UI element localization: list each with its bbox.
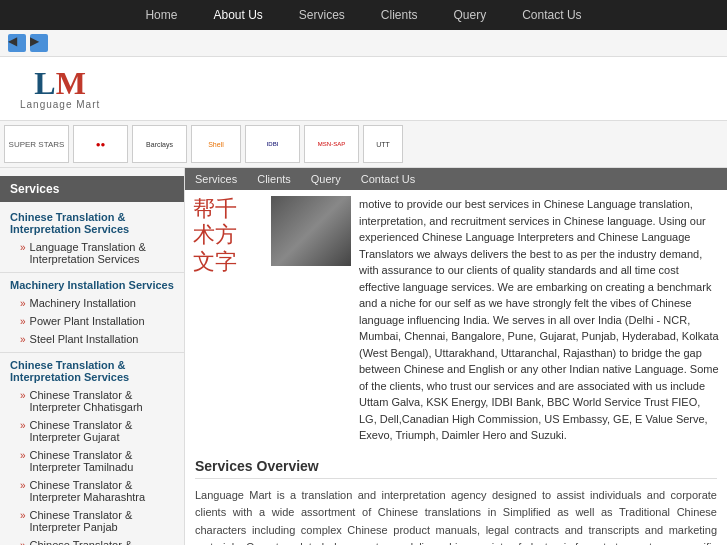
- bullet-icon: »: [20, 334, 26, 345]
- nav-contact[interactable]: Contact Us: [504, 0, 599, 30]
- bullet-icon: »: [20, 540, 26, 545]
- logo-letters: LM: [34, 67, 86, 99]
- sidebar-item-tamilnadu[interactable]: » Chinese Translator & Interpreter Tamil…: [0, 446, 184, 476]
- banner-logo-1: SUPER STARS: [4, 125, 69, 163]
- bullet-icon: »: [20, 390, 26, 401]
- sidebar-title: Services: [0, 176, 184, 202]
- services-overview: Services Overview Language Mart is a tra…: [185, 450, 727, 546]
- banner-logo-2: ●●: [73, 125, 128, 163]
- sidebar-item-steel-plant[interactable]: » Steel Plant Installation: [0, 330, 184, 348]
- sidebar-item-orissa[interactable]: » Chinese Translator & Interpreter Oriss…: [0, 536, 184, 545]
- sub-nav-bar: ◀ ▶: [0, 30, 727, 57]
- services-overview-heading: Services Overview: [195, 458, 717, 479]
- banner-logo-3: Barclays: [132, 125, 187, 163]
- services-overview-text: Language Mart is a translation and inter…: [195, 487, 717, 546]
- main-content: Services Chinese Translation & Interpret…: [0, 168, 727, 545]
- nav-query[interactable]: Query: [436, 0, 505, 30]
- sidebar-item-power-plant[interactable]: » Power Plant Installation: [0, 312, 184, 330]
- nav-services[interactable]: Services: [281, 0, 363, 30]
- nav-back-icon[interactable]: ◀: [8, 34, 26, 52]
- content-intro-section: 帮千 术方 文字 motive to provide our best serv…: [185, 190, 727, 450]
- content-inner-nav: Services Clients Query Contact Us: [185, 168, 727, 190]
- banner-logo-5: IDBI: [245, 125, 300, 163]
- bullet-icon: »: [20, 420, 26, 431]
- client-banner: SUPER STARS ●● Barclays Shell IDBI MSN-S…: [0, 121, 727, 168]
- intro-text: motive to provide our best services in C…: [359, 196, 719, 444]
- banner-logo-7: UTT: [363, 125, 403, 163]
- sidebar-item-machinery[interactable]: » Machinery Installation: [0, 294, 184, 312]
- sidebar: Services Chinese Translation & Interpret…: [0, 168, 185, 545]
- nav-forward-icon[interactable]: ▶: [30, 34, 48, 52]
- top-navigation: Home About Us Services Clients Query Con…: [0, 0, 727, 30]
- content-nav-query[interactable]: Query: [301, 168, 351, 190]
- sidebar-section-chinese-translation[interactable]: Chinese Translation & Interpretation Ser…: [0, 206, 184, 238]
- sidebar-item-maharashtra[interactable]: » Chinese Translator & Interpreter Mahar…: [0, 476, 184, 506]
- chinese-characters: 帮千 术方 文字: [193, 196, 263, 444]
- banner-logo-6: MSN-SAP: [304, 125, 359, 163]
- sidebar-item-gujarat[interactable]: » Chinese Translator & Interpreter Gujar…: [0, 416, 184, 446]
- content-photo: [271, 196, 351, 266]
- bullet-icon: »: [20, 510, 26, 521]
- nav-about[interactable]: About Us: [195, 0, 280, 30]
- content-area: Services Clients Query Contact Us 帮千 术方 …: [185, 168, 727, 545]
- sidebar-item-panjab[interactable]: » Chinese Translator & Interpreter Panja…: [0, 506, 184, 536]
- sidebar-section-chinese-interp[interactable]: Chinese Translation & Interpretation Ser…: [0, 352, 184, 386]
- sidebar-item-language-translation[interactable]: » Language Translation & Interpretation …: [0, 238, 184, 268]
- bullet-icon: »: [20, 298, 26, 309]
- logo-tagline: Language Mart: [20, 99, 100, 110]
- bullet-icon: »: [20, 316, 26, 327]
- bullet-icon: »: [20, 450, 26, 461]
- nav-home[interactable]: Home: [127, 0, 195, 30]
- bullet-icon: »: [20, 242, 26, 253]
- bullet-icon: »: [20, 480, 26, 491]
- content-nav-contact[interactable]: Contact Us: [351, 168, 425, 190]
- banner-logo-4: Shell: [191, 125, 241, 163]
- content-nav-clients[interactable]: Clients: [247, 168, 301, 190]
- sidebar-item-chhattisgarh[interactable]: » Chinese Translator & Interpreter Chhat…: [0, 386, 184, 416]
- header: LM Language Mart: [0, 57, 727, 121]
- content-nav-services[interactable]: Services: [185, 168, 247, 190]
- logo: LM Language Mart: [20, 67, 100, 110]
- nav-clients[interactable]: Clients: [363, 0, 436, 30]
- photo-image: [271, 196, 351, 266]
- sidebar-section-machinery[interactable]: Machinery Installation Services: [0, 272, 184, 294]
